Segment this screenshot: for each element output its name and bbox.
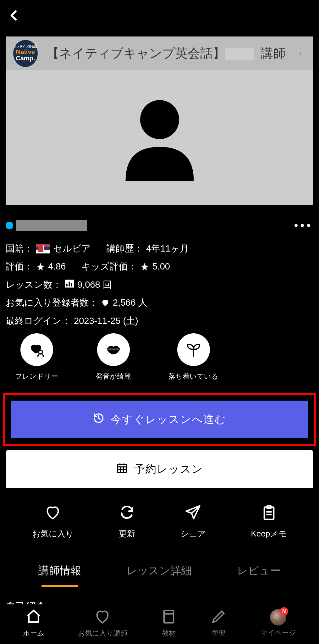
pencil-icon xyxy=(210,608,227,626)
trait-calm: 落ち着いている xyxy=(168,333,218,381)
favorites-label: お気に入り登録者数： xyxy=(6,294,98,312)
trait-label: 発音が綺麗 xyxy=(96,372,131,381)
nationality-value: セルビア xyxy=(53,240,91,258)
svg-rect-6 xyxy=(69,282,70,286)
bottom-nav: ホーム お気に入り講師 教材 学習 N マイページ xyxy=(0,604,319,644)
star-icon xyxy=(140,262,149,271)
kids-rating-value: 5.00 xyxy=(152,258,170,275)
star-icon xyxy=(36,262,45,271)
svg-point-2 xyxy=(300,54,300,55)
refresh-icon xyxy=(119,504,135,522)
tab-teacher-info[interactable]: 講師情報 xyxy=(38,558,81,584)
favorite-action[interactable]: お気に入り xyxy=(32,504,74,539)
heart-outline-icon xyxy=(45,504,61,522)
sprout-icon xyxy=(184,340,203,359)
favorites-value: 2,566 人 xyxy=(113,294,147,312)
video-title: 【ネイティブキャンプ英会話】 講師 xyxy=(47,45,286,62)
tab-review[interactable]: レビュー xyxy=(237,558,281,584)
nav-materials[interactable]: 教材 xyxy=(161,608,177,638)
refresh-action[interactable]: 更新 xyxy=(119,504,135,539)
svg-rect-20 xyxy=(164,611,173,623)
lessons-label: レッスン数： xyxy=(6,276,62,294)
nav-home-label: ホーム xyxy=(23,629,44,638)
heart-outline-icon xyxy=(94,608,111,626)
video-more-button[interactable] xyxy=(294,47,306,60)
trait-label: 落ち着いている xyxy=(168,372,218,381)
svg-rect-5 xyxy=(66,284,68,286)
trait-label: フレンドリー xyxy=(15,372,58,381)
last-login-label: 最終ログイン： xyxy=(6,312,71,330)
history-icon xyxy=(93,413,104,426)
rating-value: 4.86 xyxy=(48,258,66,275)
kids-rating-label: キッズ評価： xyxy=(81,258,137,275)
action-row: お気に入り 更新 シェア Keepメモ xyxy=(0,504,319,539)
paper-plane-icon xyxy=(185,504,201,522)
tenure-value: 4年11ヶ月 xyxy=(146,240,189,258)
nav-fav-label: お気に入り講師 xyxy=(78,629,127,638)
video-header: オンライン英会話 Native Camp. 【ネイティブキャンプ英会話】 講師 xyxy=(6,36,313,70)
teacher-photo-placeholder xyxy=(6,70,313,205)
notification-badge: N xyxy=(280,607,288,615)
home-icon xyxy=(25,608,42,626)
nav-study[interactable]: 学習 xyxy=(210,608,227,638)
brand-camp: Camp. xyxy=(16,55,35,61)
trait-pronunciation: 発音が綺麗 xyxy=(96,333,131,381)
reserve-lesson-button[interactable]: 予約レッスン xyxy=(6,450,313,488)
clipboard-icon xyxy=(261,504,277,522)
teacher-name-row xyxy=(6,220,313,231)
nav-mypage[interactable]: N マイページ xyxy=(260,609,296,637)
reserve-lesson-label: 予約レッスン xyxy=(134,462,203,476)
nav-mypage-label: マイページ xyxy=(260,628,296,637)
bar-chart-icon xyxy=(65,276,74,294)
heart-icon xyxy=(101,298,110,307)
start-lesson-button[interactable]: 今すぐレッスンへ進む xyxy=(11,401,308,438)
svg-point-0 xyxy=(300,52,300,53)
more-button[interactable] xyxy=(294,224,313,227)
nationality-label: 国籍： xyxy=(6,240,33,258)
calendar-icon xyxy=(116,462,128,476)
favorite-action-label: お気に入り xyxy=(32,528,74,539)
book-icon xyxy=(161,608,177,626)
svg-rect-9 xyxy=(117,464,126,472)
nav-materials-label: 教材 xyxy=(162,629,176,638)
start-lesson-label: 今すぐレッスンへ進む xyxy=(111,412,226,427)
avatar-icon: N xyxy=(270,609,286,625)
brand-native: Native xyxy=(16,49,35,55)
share-action[interactable]: シェア xyxy=(180,504,206,539)
brand-tagline: オンライン英会話 xyxy=(14,45,37,48)
keep-memo-action[interactable]: Keepメモ xyxy=(251,504,287,539)
person-icon xyxy=(111,88,208,187)
video-preview[interactable]: オンライン英会話 Native Camp. 【ネイティブキャンプ英会話】 講師 xyxy=(6,36,313,205)
tenure-label: 講師歴： xyxy=(107,240,143,258)
online-status-dot xyxy=(6,222,13,229)
nav-favorite-teachers[interactable]: お気に入り講師 xyxy=(78,608,127,638)
share-action-label: シェア xyxy=(180,528,206,539)
heart-person-icon xyxy=(28,340,46,359)
rating-label: 評価： xyxy=(6,258,33,275)
tab-lesson-detail[interactable]: レッスン詳細 xyxy=(126,558,192,584)
highlight-outline: 今すぐレッスンへ進む xyxy=(3,393,316,446)
refresh-action-label: 更新 xyxy=(119,528,135,539)
teacher-info: 国籍： セルビア 講師歴： 4年11ヶ月 評価： 4.86 キッズ評価： 5.0… xyxy=(6,240,313,330)
lessons-value: 9,068 回 xyxy=(77,276,112,294)
teacher-name-redacted xyxy=(16,220,87,231)
svg-point-1 xyxy=(300,53,300,53)
nav-home[interactable]: ホーム xyxy=(23,608,44,638)
trait-badges: フレンドリー 発音が綺麗 落ち着いている xyxy=(6,333,313,381)
nav-study-label: 学習 xyxy=(212,629,225,638)
svg-rect-7 xyxy=(71,283,72,286)
lips-icon xyxy=(104,340,123,359)
keep-memo-action-label: Keepメモ xyxy=(251,528,287,539)
trait-friendly: フレンドリー xyxy=(15,333,58,381)
profile-tabs: 講師情報 レッスン詳細 レビュー xyxy=(0,558,319,584)
svg-point-3 xyxy=(140,100,179,139)
back-button[interactable] xyxy=(6,8,22,23)
flag-serbia-icon xyxy=(36,244,50,253)
last-login-value: 2023-11-25 (土) xyxy=(74,312,138,330)
brand-logo: オンライン英会話 Native Camp. xyxy=(13,40,38,67)
